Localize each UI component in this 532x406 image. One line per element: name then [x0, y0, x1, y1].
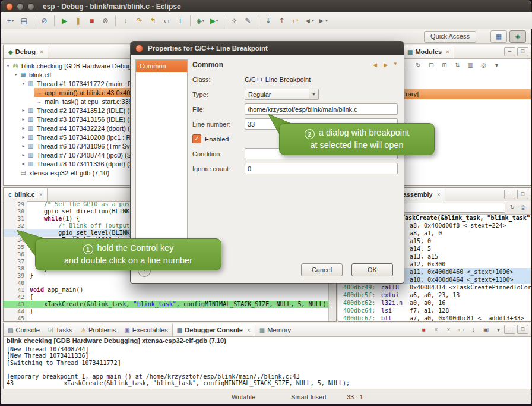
- line-number[interactable]: 29: [11, 201, 27, 208]
- tab-console[interactable]: ▤Console: [4, 324, 44, 336]
- location-settings-icon[interactable]: ◎: [518, 203, 528, 212]
- disassembly-line[interactable]: 400dbc5f:extuia6, a0, 23, 13: [338, 291, 531, 299]
- disconnect-button[interactable]: ⊗: [99, 14, 112, 27]
- code-text[interactable]: }: [27, 308, 33, 315]
- back-button[interactable]: ◄▾: [303, 14, 315, 27]
- debug-button[interactable]: ◈▾: [194, 14, 207, 27]
- new-wizard-button[interactable]: +▾: [4, 14, 17, 27]
- type-select[interactable]: Regular ▼: [245, 89, 319, 100]
- line-number[interactable]: 31: [11, 215, 27, 222]
- code-text[interactable]: }: [27, 272, 33, 279]
- pin-console-icon[interactable]: ▣: [481, 325, 491, 334]
- tree-expander-icon[interactable]: ▸: [20, 134, 27, 140]
- collapse-all-icon[interactable]: ⊟: [426, 60, 436, 70]
- dialog-nav-item-common[interactable]: Common: [136, 60, 187, 72]
- window-maximize-button[interactable]: [27, 3, 34, 10]
- tab-executables[interactable]: ▣Executables: [120, 324, 172, 336]
- maximize-icon[interactable]: □: [517, 190, 528, 199]
- scroll-lock-icon[interactable]: ↨: [468, 325, 479, 334]
- code-text[interactable]: {: [27, 294, 33, 301]
- back-arrow-icon[interactable]: ◄: [372, 61, 378, 68]
- code-text[interactable]: [27, 279, 30, 287]
- line-number[interactable]: 37: [11, 258, 27, 265]
- tab-problems[interactable]: ⚠Problems: [77, 324, 120, 336]
- code-text[interactable]: void app_main(): [27, 287, 83, 294]
- dialog-close-button[interactable]: [135, 45, 143, 52]
- tree-expander-icon[interactable]: ▸: [20, 143, 27, 149]
- tab-modules[interactable]: ▦ Modules ×: [403, 46, 454, 58]
- debug-perspective-button[interactable]: ◈: [509, 30, 526, 43]
- line-number[interactable]: 30: [11, 208, 27, 215]
- close-icon[interactable]: ×: [437, 191, 441, 198]
- cancel-button[interactable]: Cancel: [301, 263, 343, 276]
- step-over-button[interactable]: ↷: [133, 14, 145, 27]
- dropdown-icon[interactable]: ▼: [393, 61, 398, 68]
- suspend-button[interactable]: ∥: [72, 14, 84, 27]
- tree-expander-icon[interactable]: ▾: [12, 72, 19, 77]
- code-text[interactable]: xTaskCreate(&blink_task, "blink_task", c…: [27, 301, 329, 308]
- expand-all-icon[interactable]: ⊞: [439, 60, 449, 70]
- step-into-button[interactable]: ↓: [119, 14, 132, 27]
- window-close-button[interactable]: [6, 3, 13, 10]
- close-icon[interactable]: ×: [40, 49, 43, 55]
- disassembly-line[interactable]: 400dbc62:l32i.na0, a0, 16: [338, 299, 531, 307]
- skip-all-breakpoints-button[interactable]: ⊘: [38, 14, 50, 27]
- remove-all-launches-icon[interactable]: ×: [444, 325, 454, 334]
- clear-console-icon[interactable]: ▭: [456, 325, 466, 334]
- tab-blink-c[interactable]: c blink.c ×: [4, 188, 48, 201]
- sort-icon[interactable]: ⇅: [452, 60, 463, 70]
- resume-button[interactable]: ▶: [58, 14, 71, 27]
- last-edit-location-button[interactable]: ↩: [289, 14, 302, 27]
- line-number[interactable]: 39: [11, 272, 27, 279]
- line-number[interactable]: 43: [11, 301, 27, 308]
- remove-launch-icon[interactable]: ×: [431, 325, 441, 334]
- tab-debugger-console[interactable]: ▤Debugger Console×: [172, 324, 255, 336]
- filter-icon[interactable]: ▥: [466, 60, 476, 70]
- maximize-icon[interactable]: □: [517, 325, 528, 334]
- next-annotation-button[interactable]: ↧: [262, 14, 274, 27]
- previous-annotation-button[interactable]: ↥: [276, 14, 288, 27]
- terminate-icon[interactable]: ■: [419, 325, 429, 334]
- tree-expander-icon[interactable]: ▸: [20, 108, 27, 113]
- minimize-icon[interactable]: –: [504, 190, 515, 199]
- step-return-button[interactable]: ↰: [147, 14, 159, 27]
- view-menu-icon[interactable]: ▾: [492, 60, 502, 70]
- line-number[interactable]: 42: [11, 294, 27, 301]
- tree-expander-icon[interactable]: ▾: [5, 63, 11, 68]
- tree-expander-icon[interactable]: ▸: [20, 117, 27, 122]
- close-icon[interactable]: ×: [446, 49, 449, 55]
- instruction-stepping-button[interactable]: i: [174, 14, 186, 27]
- pin-view-icon[interactable]: ◎: [479, 60, 489, 70]
- tab-debug[interactable]: ◈ Debug ×: [4, 46, 48, 58]
- tree-expander-icon[interactable]: ▸: [20, 161, 27, 166]
- line-number[interactable]: 41: [11, 287, 27, 294]
- quick-access-button[interactable]: Quick Access: [424, 31, 476, 43]
- close-icon[interactable]: ×: [247, 327, 251, 333]
- disassembly-line[interactable]: 400dbc67:blta7, a0, 0x400dbc81 <__adddf3…: [338, 314, 531, 321]
- minimize-icon[interactable]: –: [504, 47, 515, 56]
- drop-to-frame-button[interactable]: ↤: [160, 14, 173, 27]
- window-minimize-button[interactable]: [17, 3, 24, 10]
- console-view-menu-icon[interactable]: ▾: [493, 325, 504, 334]
- maximize-icon[interactable]: □: [517, 47, 528, 56]
- console-output[interactable]: blink checking [GDB Hardware Debugging] …: [4, 336, 531, 389]
- location-refresh-icon[interactable]: ↻: [508, 203, 517, 212]
- chevron-down-icon[interactable]: ▼: [309, 89, 318, 99]
- line-number[interactable]: 45: [11, 315, 27, 321]
- tree-expander-icon[interactable]: ▸: [20, 125, 27, 131]
- line-number[interactable]: 38: [11, 265, 27, 272]
- refresh-icon[interactable]: ↻: [413, 60, 423, 70]
- mark-occurrences-button[interactable]: ✎: [242, 14, 254, 27]
- search-button[interactable]: ✧: [228, 14, 240, 27]
- module-list-item[interactable]: rary]: [403, 89, 531, 99]
- ok-button[interactable]: OK: [352, 263, 393, 276]
- open-perspective-button[interactable]: ▦: [490, 30, 507, 43]
- save-button[interactable]: ▤: [18, 14, 30, 27]
- tab-tasks[interactable]: ☑Tasks: [44, 324, 77, 336]
- tree-expander-icon[interactable]: ▸: [20, 152, 27, 158]
- enabled-checkbox[interactable]: ✓: [192, 134, 201, 143]
- line-number[interactable]: 44: [11, 308, 27, 315]
- close-icon[interactable]: ×: [39, 191, 43, 198]
- forward-button[interactable]: ►▾: [316, 14, 329, 27]
- code-text[interactable]: while(1) {: [27, 215, 80, 222]
